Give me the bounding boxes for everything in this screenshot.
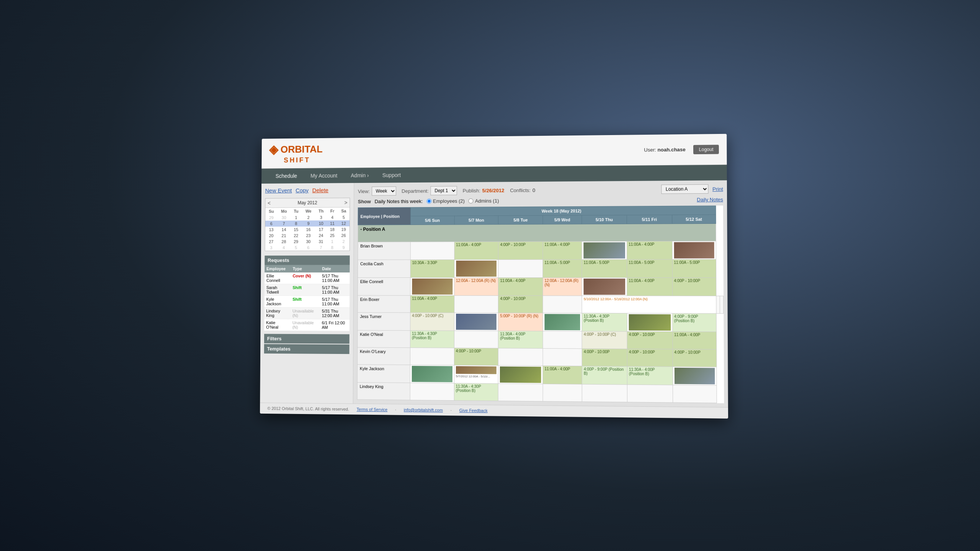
cal-day[interactable]: 19 — [338, 226, 350, 232]
shift-cell[interactable]: 11:00A - 4:00P — [410, 295, 454, 313]
footer-email[interactable]: info@orbitalshift.com — [404, 407, 443, 412]
cal-day[interactable]: 21 — [277, 232, 291, 238]
shift-cell[interactable] — [454, 295, 498, 313]
templates-header[interactable]: Templates — [264, 344, 350, 354]
cal-day[interactable]: 7 — [315, 245, 327, 251]
cal-day[interactable]: 9 — [338, 244, 350, 250]
nav-support[interactable]: Support — [376, 167, 408, 183]
shift-cell[interactable]: 4:00P - 10:00P — [673, 349, 717, 367]
shift-cell[interactable]: 4:00P - 9:00P (Position B) — [672, 313, 716, 331]
employees-radio[interactable] — [426, 199, 431, 204]
shift-cell[interactable]: 12:00A - 12:00A (R) (N) — [543, 277, 582, 295]
shift-cell[interactable]: 10:30A - 3:30P — [410, 259, 454, 277]
cal-day[interactable]: 7 — [277, 220, 291, 227]
shift-cell[interactable]: 11:00A - 5:00P — [543, 259, 582, 277]
cal-day[interactable]: 6 — [301, 245, 315, 251]
cal-day[interactable]: 23 — [302, 232, 315, 238]
shift-cell[interactable]: 11:30A - 4:30P (Position B) — [454, 383, 498, 401]
shift-cell[interactable]: 11:00A - 5:00P — [672, 259, 716, 277]
cal-day[interactable]: 22 — [291, 232, 302, 238]
shift-cell[interactable]: 11:30A - 4:30P (Position B) — [410, 330, 454, 347]
shift-cell[interactable]: 4:00P - 10:00P — [582, 349, 627, 366]
shift-cell[interactable]: 4:00P - 10:00P — [672, 277, 716, 296]
print-button[interactable]: Print — [712, 186, 723, 191]
cal-day[interactable]: 30 — [277, 214, 291, 220]
cal-day[interactable]: 1 — [291, 214, 302, 220]
cal-day[interactable]: 29 — [265, 214, 277, 220]
shift-cell[interactable]: 4:00P - 10:00P (C) — [410, 312, 454, 330]
shift-cell[interactable]: 11:00A - 4:00P — [543, 365, 582, 384]
shift-cell[interactable] — [498, 259, 543, 277]
shift-cell[interactable] — [410, 383, 454, 400]
cal-next[interactable]: > — [344, 199, 347, 205]
cal-day[interactable]: 12 — [338, 220, 350, 226]
shift-cell[interactable]: 4:00P - 10:00P — [498, 241, 543, 259]
cal-day[interactable]: 29 — [291, 238, 302, 245]
shift-cell[interactable]: 11:00A - 4:00P — [498, 277, 543, 295]
new-event-link[interactable]: New Event — [265, 187, 292, 194]
cal-day[interactable]: 26 — [338, 232, 350, 238]
shift-cell[interactable]: 4:00P - 10:00P — [498, 295, 543, 313]
shift-cell[interactable]: 4:00P - 9:00P (Position B) — [582, 366, 627, 385]
shift-cell[interactable] — [410, 277, 454, 295]
shift-cell[interactable] — [543, 384, 582, 401]
employee-name-cell[interactable]: Erin Boxer — [358, 295, 410, 312]
shift-cell[interactable] — [498, 365, 543, 384]
cal-day[interactable]: 8 — [291, 220, 302, 227]
shift-cell[interactable] — [582, 277, 627, 296]
cal-day[interactable]: 25 — [327, 232, 338, 238]
shift-cell[interactable]: 11:00A - 4:00P — [627, 277, 673, 296]
cal-day[interactable]: 18 — [327, 226, 338, 232]
cal-day[interactable]: 5 — [290, 245, 301, 251]
shift-cell[interactable] — [543, 348, 582, 366]
nav-schedule[interactable]: Schedule — [269, 168, 304, 183]
shift-cell[interactable] — [543, 331, 582, 349]
shift-cell[interactable]: 11:00A - 4:00P — [672, 331, 716, 349]
cal-day[interactable]: 11 — [327, 220, 338, 226]
shift-cell[interactable] — [410, 365, 454, 383]
footer-feedback[interactable]: Give Feedback — [459, 408, 488, 413]
dept-select[interactable]: Dept 1 — [431, 186, 457, 195]
admins-option[interactable]: Admins (1) — [469, 198, 499, 204]
shift-cell[interactable]: 5/10/2012 12:00A - 5/16/2012 12:00A (N) — [582, 295, 716, 313]
shift-cell[interactable]: 4:00P - 10:00P — [627, 349, 673, 366]
cal-prev[interactable]: < — [268, 200, 271, 206]
cal-day[interactable]: 5 — [338, 214, 350, 220]
shift-cell[interactable]: 11:00A - 4:00P — [454, 241, 498, 259]
shift-cell[interactable]: 4:00P - 10:00P — [454, 348, 498, 365]
shift-cell[interactable] — [673, 385, 717, 403]
cal-day[interactable]: 20 — [265, 232, 277, 238]
shift-cell[interactable]: 11:00A - 4:00P — [627, 241, 672, 259]
shift-cell[interactable] — [627, 385, 673, 403]
delete-link[interactable]: Delete — [312, 187, 328, 193]
shift-cell[interactable]: 5/7/2012 12:00A - 5/10/... — [454, 365, 498, 383]
shift-cell[interactable] — [582, 241, 627, 259]
shift-cell[interactable] — [720, 296, 724, 313]
cal-day[interactable]: 2 — [338, 238, 350, 245]
cal-day[interactable]: 6 — [265, 220, 277, 227]
cal-day[interactable]: 17 — [315, 226, 327, 232]
cal-day[interactable]: 16 — [302, 226, 315, 232]
shift-cell[interactable]: 4:00P - 10:00P (C) — [582, 331, 627, 349]
employee-name-cell[interactable]: Kevin O'Leary — [358, 347, 410, 365]
cal-day[interactable]: 1 — [327, 238, 338, 245]
shift-cell[interactable] — [672, 241, 716, 259]
shift-cell[interactable]: 4:00P - 10:00P — [627, 331, 673, 349]
employees-option[interactable]: Employees (2) — [426, 198, 465, 204]
shift-cell[interactable]: 11:00A - 5:00P — [627, 259, 672, 277]
cal-day[interactable]: 31 — [315, 238, 327, 245]
employee-name-cell[interactable]: Ellie Connell — [358, 277, 410, 295]
copy-link[interactable]: Copy — [296, 187, 309, 193]
cal-day[interactable]: 14 — [277, 227, 291, 233]
shift-cell[interactable] — [543, 295, 582, 313]
cal-day[interactable]: 8 — [327, 245, 338, 251]
shift-cell[interactable]: 11:00A - 5:00P — [582, 259, 627, 277]
cal-day[interactable]: 9 — [302, 220, 315, 227]
filters-header[interactable]: Filters — [264, 334, 350, 344]
shift-cell[interactable] — [410, 241, 454, 259]
cal-day[interactable]: 4 — [327, 214, 338, 220]
nav-admin[interactable]: Admin › — [344, 168, 376, 183]
shift-cell[interactable] — [716, 296, 720, 313]
shift-cell[interactable] — [582, 384, 627, 402]
location-select[interactable]: Location A — [662, 184, 709, 194]
